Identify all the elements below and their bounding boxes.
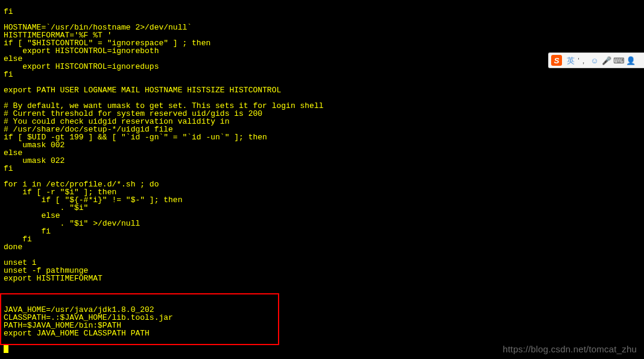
terminal-cursor [4,345,8,353]
ime-toolbar[interactable]: S 英 '， ☺ 🎤 ⌨ 👤 [548,52,644,68]
annotation-box [0,293,279,345]
ime-user-button[interactable]: 👤 [625,55,636,66]
ime-lang-button[interactable]: 英 [565,55,576,66]
ime-punct-button[interactable]: '， [577,55,588,66]
ime-emoji-button[interactable]: ☺ [589,55,600,66]
terminal-output[interactable]: fi HOSTNAME=`/usr/bin/hostname 2>/dev/nu… [4,8,324,337]
ime-voice-button[interactable]: 🎤 [601,55,612,66]
watermark-text: https://blog.csdn.net/tomcat_zhu [503,345,637,353]
sogou-logo-icon[interactable]: S [551,55,562,66]
ime-softkeyboard-button[interactable]: ⌨ [613,55,624,66]
